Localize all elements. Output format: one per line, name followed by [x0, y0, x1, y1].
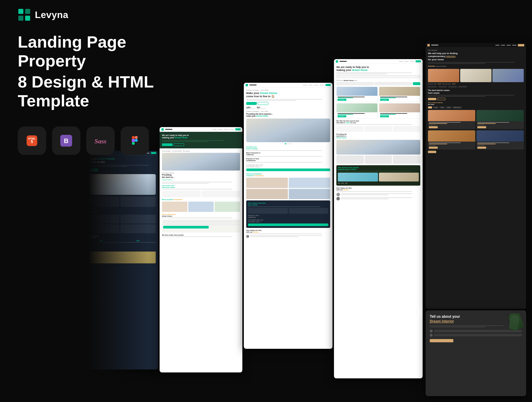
screenshot-panel-6: Get Started We will help you in findingc…: [426, 43, 526, 309]
svg-rect-10: [132, 136, 135, 139]
badge-html5: 5 HTML: [18, 127, 46, 155]
sass-icon: Sass: [93, 136, 108, 145]
screenshot-panel-1: The right interior will makeyour home co…: [9, 201, 80, 393]
svg-rect-1: [25, 9, 30, 14]
svg-rect-3: [25, 16, 30, 21]
logo-icon: [18, 8, 31, 21]
screenshot-panel-5: We are ready to help you inmaking your D…: [334, 59, 423, 378]
main-content: Levyna Landing Page Property 8 Design & …: [0, 0, 532, 402]
hero-title-line2: 8 Design & HTML Template: [18, 72, 166, 111]
svg-point-14: [135, 139, 138, 142]
badge-sass: Sass: [86, 127, 115, 155]
bootstrap-icon: B: [60, 135, 72, 147]
hero-section: Landing Page Property 8 Design & HTML Te…: [0, 30, 183, 119]
badges-row: 5 HTML B Sass: [0, 119, 183, 164]
svg-rect-12: [132, 139, 135, 142]
svg-rect-11: [135, 136, 138, 139]
screenshot-panel-4: Sydney, Australia — Est. 2019 Make your …: [244, 83, 332, 349]
dream-interior-text: Dream Interior: [430, 319, 454, 323]
brand-name: Levyna: [35, 9, 68, 20]
svg-text:HTML: HTML: [28, 137, 36, 140]
figma-icon: [129, 135, 141, 147]
badge-figma: [121, 127, 149, 155]
svg-text:B: B: [64, 137, 69, 145]
svg-rect-2: [18, 16, 23, 21]
left-content: Levyna Landing Page Property 8 Design & …: [0, 0, 183, 164]
html5-icon: 5 HTML: [27, 135, 37, 146]
badge-bootstrap: B: [52, 127, 80, 155]
screenshot-panel-3: We are ready to help you inmaking your D…: [160, 127, 242, 372]
svg-text:Sass: Sass: [95, 137, 106, 145]
header: Levyna: [0, 0, 183, 30]
svg-rect-0: [18, 9, 23, 14]
svg-rect-13: [132, 142, 135, 145]
screenshot-panel-7: Tell us about your Dream Interior: [426, 310, 526, 396]
screenshot-panel-2: Make your Dream Housecome true to live •…: [81, 151, 158, 369]
hero-title-line1: Landing Page Property: [18, 33, 166, 71]
logo-container: Levyna: [18, 8, 68, 21]
